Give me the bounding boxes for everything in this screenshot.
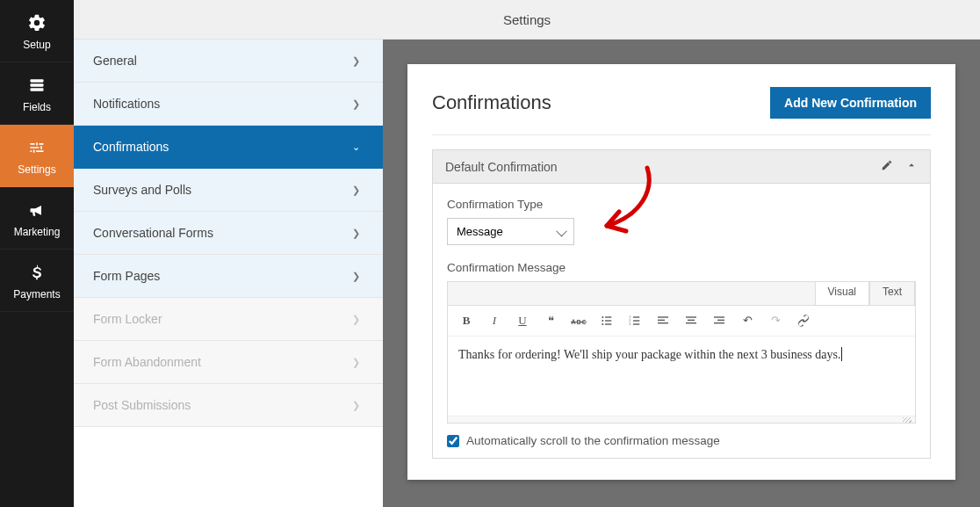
nav-item-marketing[interactable]: Marketing <box>0 187 74 250</box>
chevron-right-icon: ❯ <box>352 271 360 282</box>
svg-rect-15 <box>658 316 668 317</box>
sidepanel-label: Post Submissions <box>93 398 191 412</box>
svg-rect-23 <box>714 322 724 323</box>
sidepanel-item-formabandonment[interactable]: Form Abandonment ❯ <box>74 341 383 384</box>
sidepanel-item-conversational[interactable]: Conversational Forms ❯ <box>74 212 383 255</box>
collapse-icon[interactable] <box>905 159 918 174</box>
svg-rect-16 <box>658 320 665 321</box>
blockquote-icon[interactable]: ❝ <box>539 309 562 332</box>
link-icon[interactable] <box>792 309 815 332</box>
svg-rect-0 <box>31 79 44 82</box>
nav-item-setup[interactable]: Setup <box>0 0 74 62</box>
numbered-list-icon[interactable]: 123 <box>623 309 646 332</box>
svg-rect-6 <box>605 320 611 321</box>
sidepanel-label: Form Locker <box>93 312 162 326</box>
sidepanel-item-surveys[interactable]: Surveys and Polls ❯ <box>74 169 383 212</box>
settings-side-panel: General ❯ Notifications ❯ Confirmations … <box>74 40 383 507</box>
redo-icon[interactable]: ↷ <box>764 309 787 332</box>
nav-item-payments[interactable]: Payments <box>0 250 74 312</box>
gear-icon <box>26 12 47 33</box>
dollar-icon <box>26 262 47 283</box>
nav-label: Marketing <box>14 226 61 238</box>
chevron-right-icon: ❯ <box>352 314 360 325</box>
nav-item-fields[interactable]: Fields <box>0 62 74 125</box>
svg-rect-1 <box>31 83 44 86</box>
bullet-list-icon[interactable] <box>595 309 618 332</box>
nav-label: Setup <box>23 39 50 51</box>
svg-rect-2 <box>31 88 44 91</box>
align-center-icon[interactable] <box>680 309 703 332</box>
auto-scroll-checkbox-row[interactable]: Automatically scroll to the confirmation… <box>447 434 916 447</box>
chevron-right-icon: ❯ <box>352 400 360 411</box>
svg-rect-4 <box>605 316 611 317</box>
sidepanel-item-formpages[interactable]: Form Pages ❯ <box>74 255 383 298</box>
card-header: Confirmations Add New Confirmation <box>432 87 931 135</box>
svg-rect-19 <box>688 320 695 321</box>
bullhorn-icon <box>26 199 47 221</box>
confirmation-type-label: Confirmation Type <box>447 198 916 211</box>
panel-header[interactable]: Default Confirmation <box>433 150 930 184</box>
sidepanel-item-postsubmissions[interactable]: Post Submissions ❯ <box>74 384 383 427</box>
sidepanel-item-general[interactable]: General ❯ <box>74 40 383 83</box>
chevron-right-icon: ❯ <box>352 357 360 368</box>
editor-toolbar: B I U ❝ ᴀʙᴄ 123 <box>448 305 915 337</box>
confirmation-message-label: Confirmation Message <box>447 261 916 274</box>
underline-icon[interactable]: U <box>511 309 534 332</box>
nav-label: Fields <box>23 101 51 113</box>
strikethrough-icon[interactable]: ᴀʙᴄ <box>567 309 590 332</box>
sidepanel-label: Notifications <box>93 97 160 111</box>
confirmation-type-select[interactable]: Message <box>447 218 574 245</box>
svg-rect-18 <box>686 316 696 317</box>
sidepanel-item-notifications[interactable]: Notifications ❯ <box>74 83 383 126</box>
sidepanel-label: Surveys and Polls <box>93 183 191 197</box>
confirmation-type-select-wrap: Message <box>447 218 574 245</box>
main-canvas: Confirmations Add New Confirmation Defau… <box>383 40 980 507</box>
svg-point-7 <box>602 323 603 325</box>
tab-visual[interactable]: Visual <box>815 281 869 305</box>
sidepanel-label: Form Abandonment <box>93 355 201 369</box>
page-title: Settings <box>503 12 551 27</box>
svg-point-5 <box>602 320 603 322</box>
svg-rect-21 <box>714 316 724 317</box>
resize-grip-icon <box>903 417 912 423</box>
chevron-right-icon: ❯ <box>352 228 360 239</box>
editor-textarea[interactable]: Thanks for ordering! We'll ship your pac… <box>448 337 915 416</box>
svg-rect-14 <box>633 323 639 324</box>
vertical-nav: Setup Fields Settings Marketing Payments <box>0 0 74 507</box>
text-cursor <box>841 347 842 361</box>
align-left-icon[interactable] <box>652 309 674 332</box>
add-confirmation-button[interactable]: Add New Confirmation <box>770 87 931 119</box>
svg-rect-8 <box>605 323 611 324</box>
nav-label: Settings <box>18 163 55 176</box>
panel-body: Confirmation Type Message Confirmation M… <box>433 184 930 458</box>
sidepanel-label: Form Pages <box>93 269 160 283</box>
svg-point-3 <box>602 316 603 318</box>
sliders-icon <box>26 137 47 158</box>
svg-text:3: 3 <box>629 322 631 326</box>
fields-icon <box>26 75 47 96</box>
editor-text: Thanks for ordering! We'll ship your pac… <box>458 348 840 361</box>
svg-rect-20 <box>686 322 696 323</box>
align-right-icon[interactable] <box>708 309 731 332</box>
svg-rect-22 <box>717 320 724 321</box>
svg-rect-12 <box>633 320 639 321</box>
chevron-right-icon: ❯ <box>352 55 360 67</box>
nav-item-settings[interactable]: Settings <box>0 125 74 187</box>
editor-resize-handle[interactable] <box>448 416 915 423</box>
edit-icon[interactable] <box>881 159 893 174</box>
panel-title: Default Confirmation <box>445 160 558 174</box>
sidepanel-item-confirmations[interactable]: Confirmations ⌄ <box>74 126 383 169</box>
sidepanel-label: Conversational Forms <box>93 226 213 240</box>
italic-icon[interactable]: I <box>483 309 506 332</box>
nav-label: Payments <box>13 288 60 301</box>
auto-scroll-checkbox[interactable] <box>447 435 459 447</box>
chevron-right-icon: ❯ <box>352 98 360 110</box>
top-bar: Settings <box>74 0 980 40</box>
chevron-down-icon: ⌄ <box>352 141 360 153</box>
sidepanel-item-formlocker[interactable]: Form Locker ❯ <box>74 298 383 341</box>
sidepanel-label: Confirmations <box>93 140 169 154</box>
undo-icon[interactable]: ↶ <box>736 309 759 332</box>
bold-icon[interactable]: B <box>455 309 478 332</box>
tab-text[interactable]: Text <box>869 281 915 305</box>
svg-rect-10 <box>633 316 639 317</box>
